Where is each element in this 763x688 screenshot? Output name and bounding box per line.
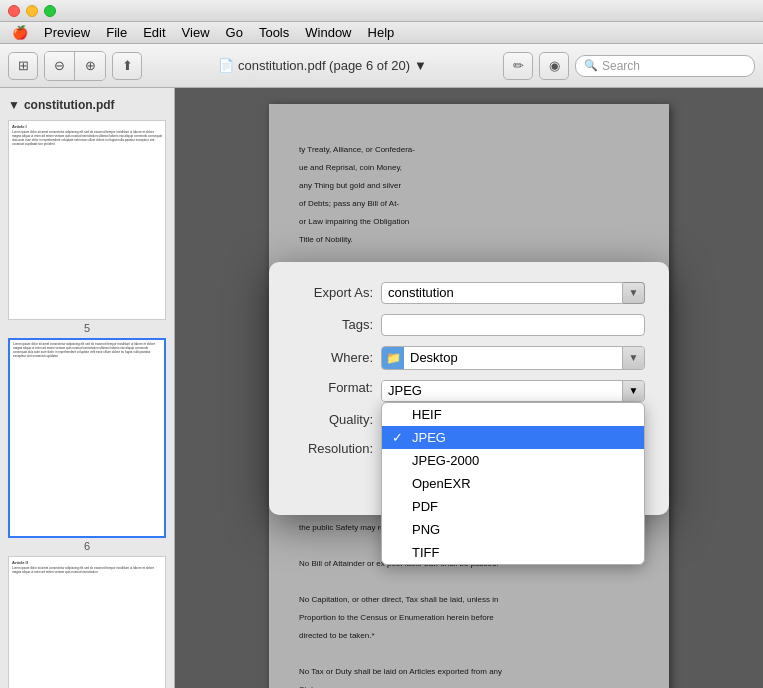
sidebar-title: constitution.pdf [24, 98, 115, 112]
page-thumbnail-7[interactable]: Article II Lorem ipsum dolor sit amet co… [8, 556, 166, 688]
document-icon: 📄 [218, 58, 234, 73]
format-option-pdf[interactable]: PDF [382, 495, 644, 518]
export-name-dropdown-button[interactable]: ▼ [623, 282, 645, 304]
annotate-button[interactable]: ✏ [503, 52, 533, 80]
thumbnail-content-6: Lorem ipsum dolor sit amet consectetur a… [10, 340, 164, 362]
format-row: Format: JPEG ▼ HEIF JPEG JPEG-2000 OpenE… [293, 380, 645, 402]
document-title: constitution.pdf (page 6 of 20) [238, 58, 410, 73]
format-option-openexr[interactable]: OpenEXR [382, 472, 644, 495]
format-option-jpeg[interactable]: JPEG [382, 426, 644, 449]
search-placeholder: Search [602, 59, 640, 73]
modal-overlay: Export As: ▼ Tags: Where: 📁 De [175, 88, 763, 688]
thumbnail-image-6: Lorem ipsum dolor sit amet consectetur a… [8, 338, 166, 538]
menu-tools[interactable]: Tools [251, 23, 297, 42]
apple-menu[interactable]: 🍎 [4, 23, 36, 42]
menu-preview[interactable]: Preview [36, 23, 98, 42]
format-option-jpeg2000[interactable]: JPEG-2000 [382, 449, 644, 472]
export-as-row: Export As: ▼ [293, 282, 645, 304]
menu-view[interactable]: View [174, 23, 218, 42]
content-area: ty Treaty, Alliance, or Confedera-ue and… [175, 88, 763, 688]
markup-button[interactable]: ◉ [539, 52, 569, 80]
resolution-label: Resolution: [293, 441, 373, 456]
where-select: 📁 Desktop ▼ [381, 346, 645, 370]
page-number-6: 6 [8, 540, 166, 552]
titlebar [0, 0, 763, 22]
tags-label: Tags: [293, 317, 373, 332]
toolbar: ⊞ ⊖ ⊕ ⬆ 📄 constitution.pdf (page 6 of 20… [0, 44, 763, 88]
search-bar[interactable]: 🔍 Search [575, 55, 755, 77]
where-value: Desktop [404, 347, 622, 369]
menu-window[interactable]: Window [297, 23, 359, 42]
annotate-icon: ✏ [513, 58, 524, 73]
menu-bar: 🍎 Preview File Edit View Go Tools Window… [0, 22, 763, 44]
thumbnail-image-5: Article I Lorem ipsum dolor sit amet con… [8, 120, 166, 320]
traffic-lights [8, 5, 56, 17]
export-name-container: ▼ [381, 282, 645, 304]
title-chevron-icon[interactable]: ▼ [414, 58, 427, 73]
minimize-button[interactable] [26, 5, 38, 17]
export-name-input[interactable] [381, 282, 623, 304]
format-label: Format: [293, 380, 373, 395]
tags-input[interactable] [381, 314, 645, 336]
share-button[interactable]: ⬆ [112, 52, 142, 80]
main-layout: ▼ constitution.pdf Article I Lorem ipsum… [0, 88, 763, 688]
format-select-button[interactable]: JPEG ▼ [381, 380, 645, 402]
page-number-5: 5 [8, 322, 166, 334]
export-dialog: Export As: ▼ Tags: Where: 📁 De [269, 262, 669, 515]
format-chevron-icon[interactable]: ▼ [622, 381, 644, 401]
search-icon: 🔍 [584, 59, 598, 72]
page-thumbnail-5[interactable]: Article I Lorem ipsum dolor sit amet con… [8, 120, 166, 334]
where-dropdown-button[interactable]: ▼ [622, 347, 644, 369]
page-thumbnail-6[interactable]: Lorem ipsum dolor sit amet consectetur a… [8, 338, 166, 552]
thumbnail-content-5: Article I Lorem ipsum dolor sit amet con… [9, 121, 165, 150]
zoom-in-icon: ⊕ [85, 58, 96, 73]
zoom-controls: ⊖ ⊕ [44, 51, 106, 81]
export-as-label: Export As: [293, 285, 373, 300]
sidebar-header[interactable]: ▼ constitution.pdf [0, 94, 174, 116]
sidebar-icon: ⊞ [18, 58, 29, 73]
thumbnail-image-7: Article II Lorem ipsum dolor sit amet co… [8, 556, 166, 688]
zoom-out-icon: ⊖ [54, 58, 65, 73]
maximize-button[interactable] [44, 5, 56, 17]
format-option-png[interactable]: PNG [382, 518, 644, 541]
where-row: Where: 📁 Desktop ▼ [293, 346, 645, 370]
quality-label: Quality: [293, 412, 373, 427]
menu-edit[interactable]: Edit [135, 23, 173, 42]
menu-help[interactable]: Help [360, 23, 403, 42]
sidebar-collapse-icon: ▼ [8, 98, 20, 112]
where-label: Where: [293, 350, 373, 365]
format-dropdown-menu: HEIF JPEG JPEG-2000 OpenEXR PDF PNG TIFF [381, 402, 645, 565]
sidebar-toggle-button[interactable]: ⊞ [8, 52, 38, 80]
tags-row: Tags: [293, 314, 645, 336]
format-option-tiff[interactable]: TIFF [382, 541, 644, 564]
share-icon: ⬆ [122, 58, 133, 73]
sidebar: ▼ constitution.pdf Article I Lorem ipsum… [0, 88, 175, 688]
markup-icon: ◉ [549, 58, 560, 73]
where-folder-icon: 📁 [382, 347, 404, 369]
format-select-container: JPEG ▼ HEIF JPEG JPEG-2000 OpenEXR PDF P… [381, 380, 645, 402]
menu-go[interactable]: Go [218, 23, 251, 42]
zoom-out-button[interactable]: ⊖ [45, 52, 75, 80]
format-option-heif[interactable]: HEIF [382, 403, 644, 426]
thumbnail-content-7: Article II Lorem ipsum dolor sit amet co… [9, 557, 165, 578]
format-current-value: JPEG [382, 381, 622, 401]
toolbar-title: 📄 constitution.pdf (page 6 of 20) ▼ [148, 58, 497, 73]
close-button[interactable] [8, 5, 20, 17]
zoom-in-button[interactable]: ⊕ [75, 52, 105, 80]
menu-file[interactable]: File [98, 23, 135, 42]
